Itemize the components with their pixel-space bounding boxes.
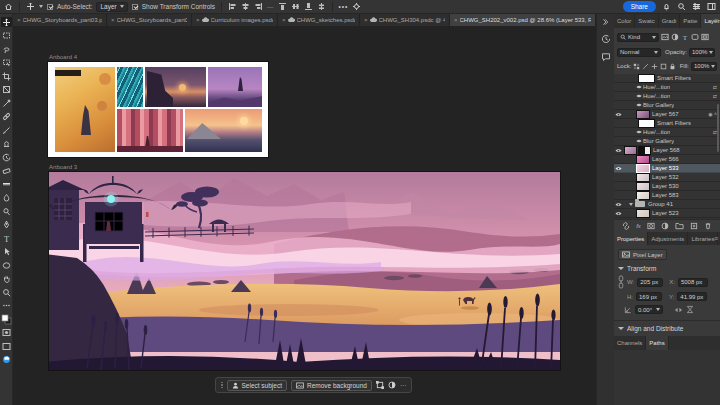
new-layer-icon[interactable] [690, 222, 698, 230]
filter-adjustment-icon[interactable] [671, 33, 679, 41]
auto-select-checkbox[interactable] [47, 4, 53, 10]
chevron-down-icon[interactable] [39, 5, 43, 8]
layer-row[interactable]: Blur Gallery [614, 137, 720, 146]
select-subject-button[interactable]: Select subject [227, 380, 287, 391]
layer-row[interactable]: Layer 530 [614, 182, 720, 191]
visibility-toggle[interactable] [634, 139, 643, 143]
layer-row[interactable]: Smart Filters [614, 119, 720, 128]
eyedropper-tool-icon[interactable] [1, 98, 12, 108]
remove-background-button[interactable]: Remove background [291, 380, 372, 391]
layer-row[interactable]: Layer 583 [614, 191, 720, 200]
eraser-tool-icon[interactable] [1, 166, 12, 176]
share-button[interactable]: Share [623, 1, 656, 12]
layer-row[interactable]: Hue/...tion ⇄ [614, 128, 720, 137]
layer-row[interactable]: Layer 568 [614, 146, 720, 155]
panel-menu-icon[interactable]: ≡ [714, 235, 718, 242]
tab-storyboards-part03[interactable]: × CHWG_Storyboards_part03.psd [13, 14, 107, 26]
adjustments-icon[interactable] [388, 381, 396, 389]
taskbar-drag-handle[interactable] [221, 382, 223, 389]
tab-chwg-sh304[interactable]: × CHWG_SH304.psdc @ 42… [360, 14, 450, 26]
auto-select-target-dropdown[interactable]: Layer [96, 2, 127, 12]
filter-kind-dropdown[interactable]: Kind [617, 33, 659, 42]
move-tool-options-icon[interactable] [26, 2, 35, 11]
distribute-hcenter-icon[interactable] [291, 2, 300, 11]
dodge-tool-icon[interactable] [1, 206, 12, 216]
align-section-header[interactable]: Align and Distribute [614, 325, 720, 332]
layer-row[interactable]: Blur Gallery [614, 101, 720, 110]
filter-smart-object-icon[interactable] [701, 33, 709, 41]
layer-row[interactable]: Layer 566 [614, 155, 720, 164]
visibility-toggle[interactable] [634, 103, 643, 107]
search-icon[interactable] [677, 2, 686, 11]
x-field[interactable]: 5008 px [678, 278, 708, 287]
close-tab-icon[interactable]: × [17, 17, 21, 23]
more-options-icon[interactable]: ••• [339, 3, 349, 10]
tab-properties[interactable]: Properties [614, 232, 648, 245]
tab-channels[interactable]: Channels [614, 336, 646, 350]
layer-row[interactable]: Hue/...tion ⇄ [614, 92, 720, 101]
new-group-icon[interactable] [675, 222, 684, 230]
distribute-top-icon[interactable] [278, 2, 287, 11]
workspace-layout-icon[interactable] [707, 2, 716, 11]
crop-tool-icon[interactable] [1, 71, 12, 81]
visibility-toggle[interactable] [614, 148, 623, 153]
delete-layer-icon[interactable] [704, 222, 712, 230]
filter-shape-icon[interactable] [691, 33, 699, 41]
artboard3-label[interactable]: Artboard 3 [49, 164, 77, 170]
tab-adjustments[interactable]: Adjustments [648, 232, 688, 245]
edit-toolbar-icon[interactable] [1, 301, 12, 311]
transform-icon[interactable] [376, 381, 384, 389]
layer-row[interactable]: Hue/...tion ⇄ [614, 83, 720, 92]
tab-patterns[interactable]: Patte [680, 14, 701, 28]
tab-swatches[interactable]: Swatc [635, 14, 658, 28]
filter-type-icon[interactable]: T [681, 33, 689, 41]
smart-filter-collapse-icon[interactable]: ◉ ˄ [708, 111, 717, 117]
visibility-toggle[interactable] [614, 112, 623, 117]
y-field[interactable]: 41.99 px [677, 292, 707, 301]
ellipse-tool-icon[interactable] [1, 260, 12, 270]
tab-gradients[interactable]: Gradi [659, 14, 681, 28]
align-right-icon[interactable] [254, 2, 263, 11]
close-tab-icon[interactable]: × [111, 17, 115, 23]
link-dimensions-icon[interactable] [618, 275, 624, 289]
history-brush-tool-icon[interactable] [1, 152, 12, 162]
visibility-toggle[interactable] [614, 211, 623, 216]
tab-curriculum-images[interactable]: × Curriculum images.psdc … [192, 14, 278, 26]
hand-tool-icon[interactable] [1, 274, 12, 284]
opacity-field[interactable]: 100% [689, 48, 715, 57]
collapse-panels-icon[interactable] [602, 18, 610, 26]
lock-pixels-icon[interactable] [642, 63, 649, 70]
distribute-vcenter-icon[interactable] [317, 2, 326, 11]
visibility-toggle[interactable] [634, 85, 643, 89]
artboard4-label[interactable]: Artboard 4 [49, 54, 77, 60]
layers-scrollbar[interactable] [717, 104, 719, 152]
layer-row[interactable]: Layer 567 ◉ ˄ [614, 110, 720, 119]
workspace-gear-icon[interactable] [352, 2, 361, 11]
cloud-status-icon[interactable] [1, 355, 12, 365]
move-tool-icon[interactable] [1, 17, 12, 27]
tab-color[interactable]: Color [614, 14, 635, 28]
add-layer-mask-icon[interactable] [647, 222, 655, 230]
path-selection-tool-icon[interactable] [1, 247, 12, 257]
pen-tool-icon[interactable] [1, 220, 12, 230]
height-field[interactable]: 169 px [636, 292, 662, 301]
settings-sliders-icon[interactable] [692, 2, 701, 11]
blend-mode-dropdown[interactable]: Normal [617, 48, 661, 57]
show-transform-checkbox[interactable] [132, 4, 138, 10]
gradient-tool-icon[interactable] [1, 179, 12, 189]
filter-options-icon[interactable]: ⇄ [713, 84, 717, 90]
lasso-tool-icon[interactable] [1, 44, 12, 54]
align-center-icon[interactable] [241, 2, 250, 11]
width-field[interactable]: 205 px [637, 278, 663, 287]
layer-row[interactable]: Layer 523 [614, 209, 720, 218]
visibility-toggle[interactable] [614, 166, 623, 171]
flip-vertical-icon[interactable] [686, 305, 694, 314]
layer-row-group[interactable]: Group 41 [614, 200, 720, 209]
visibility-toggle[interactable] [634, 130, 643, 134]
layer-row[interactable]: Layer 532 [614, 173, 720, 182]
fill-field[interactable]: 100% [691, 62, 717, 71]
type-tool-icon[interactable]: T [1, 233, 12, 243]
foreground-background-colors-icon[interactable] [1, 314, 12, 324]
frame-tool-icon[interactable] [1, 85, 12, 95]
lock-transparency-icon[interactable] [633, 63, 640, 70]
